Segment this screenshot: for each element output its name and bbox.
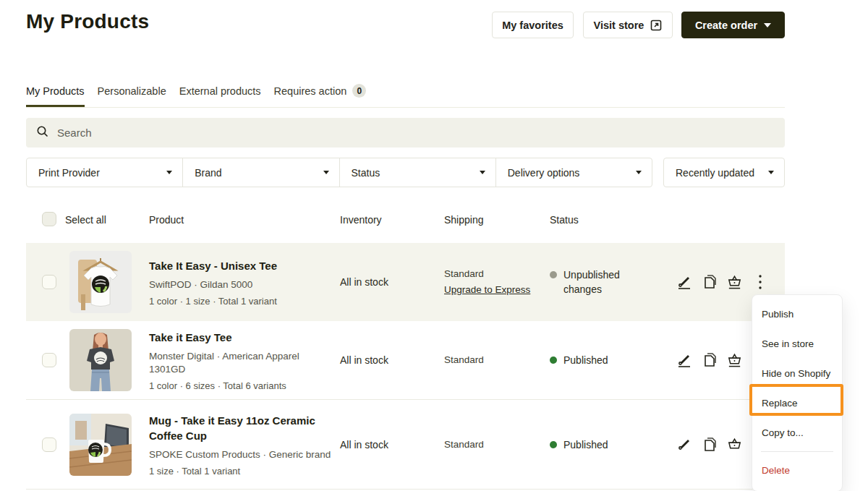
filter-group: Print Provider Brand Status Delivery opt… — [26, 158, 652, 187]
chevron-down-icon — [166, 171, 172, 174]
select-all-label: Select all — [65, 214, 106, 226]
column-inventory: Inventory — [340, 214, 382, 226]
menu-divider — [761, 451, 833, 452]
edit-icon[interactable] — [676, 351, 692, 370]
filter-print-provider[interactable]: Print Provider — [27, 158, 183, 187]
my-favorites-label: My favorites — [502, 20, 563, 31]
product-title[interactable]: Take it Easy Tee — [149, 330, 336, 345]
table-header: Select all Product Inventory Shipping St… — [26, 208, 785, 233]
tab-requires-action-label: Requires action — [274, 85, 347, 97]
menu-item-hide-on-shopify[interactable]: Hide on Shopify — [752, 359, 842, 388]
status-label: Published — [563, 353, 608, 367]
shipping-cell: Standard — [444, 439, 484, 450]
tab-external-products[interactable]: External products — [179, 82, 261, 107]
requires-action-badge: 0 — [352, 84, 366, 98]
column-shipping: Shipping — [444, 214, 484, 226]
product-subtitle: SwiftPOD · Gildan 5000 — [149, 278, 336, 291]
inventory-cell: All in stock — [340, 439, 388, 451]
menu-item-copy-to[interactable]: Copy to... — [752, 418, 842, 448]
edit-icon[interactable] — [676, 273, 692, 291]
search-icon — [36, 125, 49, 141]
filter-brand[interactable]: Brand — [183, 158, 339, 187]
page-title: My Products — [26, 10, 149, 33]
shipping-cell: Standard — [444, 354, 484, 365]
tab-external-products-label: External products — [179, 85, 261, 97]
add-to-cart-icon[interactable] — [726, 273, 743, 291]
filter-print-provider-label: Print Provider — [38, 167, 100, 179]
column-product: Product — [149, 214, 184, 226]
filter-status-label: Status — [352, 167, 380, 179]
product-subtitle: SPOKE Custom Products · Generic brand — [149, 448, 336, 461]
create-order-label: Create order — [695, 20, 757, 31]
sort-selected-label: Recently updated — [676, 167, 754, 179]
duplicate-icon[interactable] — [701, 435, 718, 454]
product-subtitle: Monster Digital · American Apparel 1301G… — [149, 350, 336, 376]
product-meta: 1 size · Total 1 variant — [149, 466, 336, 477]
product-image-unisex-tee[interactable] — [69, 251, 132, 313]
search-bar[interactable] — [26, 118, 785, 148]
row-checkbox[interactable] — [42, 275, 56, 289]
status-dot-unpublished — [550, 271, 557, 278]
tab-personalizable-label: Personalizable — [98, 85, 166, 97]
status-label: Unpublished changes — [563, 268, 626, 296]
table-row: Take it Easy Tee Monster Digital · Ameri… — [26, 321, 785, 400]
filter-status[interactable]: Status — [340, 158, 496, 187]
menu-item-publish[interactable]: Publish — [752, 299, 842, 329]
tab-my-products-label: My Products — [26, 85, 85, 97]
my-favorites-button[interactable]: My favorites — [492, 12, 574, 38]
product-image-model-tee[interactable] — [69, 329, 132, 391]
status-dot-published — [550, 441, 557, 448]
tab-personalizable[interactable]: Personalizable — [98, 82, 166, 107]
column-status: Status — [550, 214, 579, 226]
filter-brand-label: Brand — [195, 167, 221, 179]
row-checkbox[interactable] — [42, 437, 56, 452]
menu-item-replace[interactable]: Replace — [752, 388, 842, 418]
select-all-checkbox[interactable] — [42, 212, 56, 226]
filter-delivery-options-label: Delivery options — [508, 167, 580, 179]
menu-item-see-in-store[interactable]: See in store — [752, 329, 842, 359]
external-link-icon — [650, 20, 662, 31]
chevron-down-icon — [480, 171, 485, 174]
chevron-down-icon — [323, 171, 329, 174]
add-to-cart-icon[interactable] — [726, 351, 743, 370]
row-checkbox[interactable] — [42, 353, 56, 367]
duplicate-icon[interactable] — [701, 273, 718, 291]
tab-my-products[interactable]: My Products — [26, 82, 85, 107]
product-title[interactable]: Mug - Take it Easy 11oz Ceramic Coffee C… — [149, 413, 331, 443]
kebab-menu-icon[interactable] — [752, 273, 768, 291]
duplicate-icon[interactable] — [701, 351, 718, 370]
product-meta: 1 color · 6 sizes · Total 6 variants — [149, 380, 336, 391]
create-order-button[interactable]: Create order — [681, 12, 785, 38]
upgrade-to-express-link[interactable]: Upgrade to Express — [444, 283, 530, 297]
status-dot-published — [550, 356, 557, 364]
row-context-menu: Publish See in store Hide on Shopify Rep… — [752, 294, 843, 491]
menu-item-delete[interactable]: Delete — [752, 456, 842, 485]
filter-delivery-options[interactable]: Delivery options — [496, 158, 652, 187]
table-row: Take It Easy - Unisex Tee SwiftPOD · Gil… — [26, 243, 785, 321]
shipping-cell: Standard — [444, 268, 484, 279]
tab-requires-action[interactable]: Requires action 0 — [274, 82, 367, 107]
search-input[interactable] — [57, 127, 708, 139]
sort-select[interactable]: Recently updated — [663, 158, 785, 187]
chevron-down-icon — [768, 171, 774, 174]
visit-store-label: Visit store — [594, 20, 644, 31]
tab-bar: My Products Personalizable External prod… — [26, 82, 785, 108]
product-meta: 1 color · 1 size · Total 1 variant — [149, 296, 336, 307]
inventory-cell: All in stock — [340, 354, 388, 366]
inventory-cell: All in stock — [340, 276, 388, 288]
product-title[interactable]: Take It Easy - Unisex Tee — [149, 258, 336, 273]
chevron-down-icon — [764, 23, 771, 27]
edit-icon[interactable] — [676, 435, 692, 454]
status-label: Published — [563, 437, 608, 452]
add-to-cart-icon[interactable] — [726, 435, 743, 454]
chevron-down-icon — [636, 171, 642, 174]
table-row: Mug - Take it Easy 11oz Ceramic Coffee C… — [26, 400, 785, 490]
visit-store-button[interactable]: Visit store — [583, 12, 673, 38]
product-image-mug[interactable] — [69, 414, 132, 476]
